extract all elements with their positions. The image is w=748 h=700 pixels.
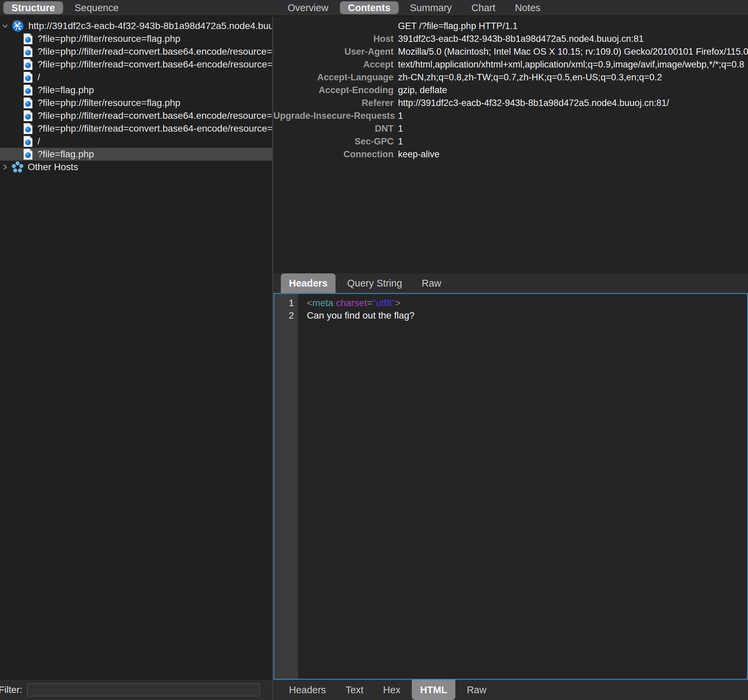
code-token-tag: meta xyxy=(312,298,333,308)
header-value: 1 xyxy=(394,135,403,148)
tab-label: Headers xyxy=(289,685,326,695)
tree-item-label: / xyxy=(38,136,40,147)
tree-item[interactable]: / xyxy=(0,135,272,148)
tab-label: Raw xyxy=(421,278,441,289)
tab-label: Hex xyxy=(383,685,401,695)
request-doc-icon xyxy=(23,71,33,83)
code-token-string: "utf8" xyxy=(372,298,395,308)
tree-item[interactable]: ?file=flag.php xyxy=(0,84,272,97)
header-key: Host xyxy=(274,32,394,45)
tab-raw[interactable]: Raw xyxy=(414,276,449,290)
code-token-plain: Can you find out the flag? xyxy=(307,310,415,320)
tab-text[interactable]: Text xyxy=(338,683,372,697)
response-view-tabs: HeadersTextHexHTMLRaw xyxy=(274,680,748,700)
header-key: Connection xyxy=(274,148,394,161)
tree-item[interactable]: ?file=php://filter/read=convert.base64-e… xyxy=(0,122,272,135)
site-tree: http://391df2c3-eacb-4f32-943b-8b1a98d47… xyxy=(0,17,272,173)
header-value: http://391df2c3-eacb-4f32-943b-8b1a98d47… xyxy=(394,97,669,109)
tree-item[interactable]: ?file=php://filter/read=convert.base64-e… xyxy=(0,58,272,71)
tab-label: Text xyxy=(346,685,363,695)
tree-item-label: ?file=php://filter/read=convert.base64.e… xyxy=(38,110,272,121)
tab-label: Chart xyxy=(471,2,496,14)
other-hosts-label: Other Hosts xyxy=(28,162,78,173)
response-body-pane[interactable]: 12 <meta charset="utf8">Can you find out… xyxy=(274,293,748,680)
tab-label: Structure xyxy=(12,2,55,14)
tab-label: Headers xyxy=(289,278,327,289)
line-number: 1 xyxy=(274,297,294,309)
tab-label: Raw xyxy=(467,685,487,695)
header-key: Sec-GPC xyxy=(274,135,394,148)
tree-root-host[interactable]: http://391df2c3-eacb-4f32-943b-8b1a98d47… xyxy=(0,20,272,32)
tree-item[interactable]: ?file=php://filter/read=convert.base64.e… xyxy=(0,109,272,122)
header-row: Accept text/html,application/xhtml+xml,a… xyxy=(274,58,748,71)
tree-item-label: ?file=flag.php xyxy=(38,149,94,159)
tree-items: ?file=php://filter/resource=flag.php ?fi… xyxy=(0,32,272,161)
code-token-attr: charset xyxy=(336,298,367,308)
tab-html[interactable]: HTML xyxy=(412,680,455,700)
tab-sequence[interactable]: Sequence xyxy=(67,2,127,14)
site-globe-icon xyxy=(12,20,24,32)
tree-item[interactable]: ?file=php://filter/resource=flag.php xyxy=(0,97,272,109)
tree-item-label: ?file=php://filter/read=convert.base64-e… xyxy=(38,123,272,134)
header-value: zh-CN,zh;q=0.8,zh-TW;q=0.7,zh-HK;q=0.5,e… xyxy=(394,71,662,84)
header-key: User-Agent xyxy=(274,45,394,58)
tab-chart[interactable]: Chart xyxy=(464,2,503,14)
tree-item-label: / xyxy=(38,72,40,83)
code-line: <meta charset="utf8"> xyxy=(307,297,415,309)
tree-item[interactable]: ?file=flag.php xyxy=(0,148,272,161)
line-number-gutter: 12 xyxy=(274,294,298,679)
request-doc-icon xyxy=(23,110,33,121)
header-value: GET /?file=flag.php HTTP/1.1 xyxy=(394,20,517,32)
tab-structure[interactable]: Structure xyxy=(3,2,63,14)
tab-hex[interactable]: Hex xyxy=(375,683,409,697)
filter-bar: Filter: xyxy=(0,680,272,700)
tab-overview[interactable]: Overview xyxy=(280,2,336,14)
tab-notes[interactable]: Notes xyxy=(507,2,549,14)
top-tab-bar: StructureSequence OverviewContentsSummar… xyxy=(0,0,748,16)
header-row: Connection keep-alive xyxy=(274,148,748,161)
chevron-down-icon[interactable] xyxy=(0,22,10,30)
tab-headers[interactable]: Headers xyxy=(281,273,336,293)
header-value: 1 xyxy=(394,122,403,135)
tab-headers[interactable]: Headers xyxy=(281,683,334,697)
overview-contents-tabs: OverviewContentsSummaryChartNotes xyxy=(273,2,748,14)
tree-item[interactable]: ?file=php://filter/read=convert.base64.e… xyxy=(0,45,272,58)
header-key xyxy=(274,20,394,32)
tree-item-label: ?file=flag.php xyxy=(38,85,94,96)
tab-label: HTML xyxy=(420,685,447,695)
header-value: 391df2c3-eacb-4f32-943b-8b1a98d472a5.nod… xyxy=(394,32,644,45)
tab-label: Notes xyxy=(515,2,541,14)
tab-summary[interactable]: Summary xyxy=(402,2,460,14)
filter-label: Filter: xyxy=(0,685,22,695)
request-doc-icon xyxy=(23,136,33,147)
request-doc-icon xyxy=(23,33,33,44)
other-hosts-icon xyxy=(12,161,24,173)
chevron-right-icon[interactable] xyxy=(0,163,10,171)
request-doc-icon xyxy=(23,84,33,96)
header-value: gzip, deflate xyxy=(394,84,447,97)
tree-root-label: http://391df2c3-eacb-4f32-943b-8b1a98d47… xyxy=(28,21,272,31)
tab-label: Overview xyxy=(287,2,328,14)
tab-query-string[interactable]: Query String xyxy=(339,276,410,290)
line-number: 2 xyxy=(274,309,294,322)
header-row: GET /?file=flag.php HTTP/1.1 xyxy=(274,20,748,32)
response-html-source: <meta charset="utf8">Can you find out th… xyxy=(298,294,415,679)
request-headers-pane: GET /?file=flag.php HTTP/1.1 Host 391df2… xyxy=(274,17,748,273)
tree-item-label: ?file=php://filter/resource=flag.php xyxy=(38,33,180,44)
header-row: DNT 1 xyxy=(274,122,748,135)
header-row: Accept-Encoding gzip, deflate xyxy=(274,84,748,97)
tab-contents[interactable]: Contents xyxy=(340,2,398,14)
request-doc-icon xyxy=(23,123,33,134)
tree-item[interactable]: ?file=php://filter/resource=flag.php xyxy=(0,32,272,45)
header-key: Accept-Language xyxy=(274,71,394,84)
code-token-punct: > xyxy=(395,298,400,308)
tree-item-other-hosts[interactable]: Other Hosts xyxy=(0,161,272,173)
header-value: Mozilla/5.0 (Macintosh; Intel Mac OS X 1… xyxy=(394,45,748,58)
filter-input[interactable] xyxy=(27,683,260,696)
code-token-punct: = xyxy=(367,298,372,308)
tree-item[interactable]: / xyxy=(0,71,272,84)
tab-raw[interactable]: Raw xyxy=(459,683,494,697)
header-value: text/html,application/xhtml+xml,applicat… xyxy=(394,58,744,71)
request-doc-icon xyxy=(23,59,33,70)
header-row: Sec-GPC 1 xyxy=(274,135,748,148)
